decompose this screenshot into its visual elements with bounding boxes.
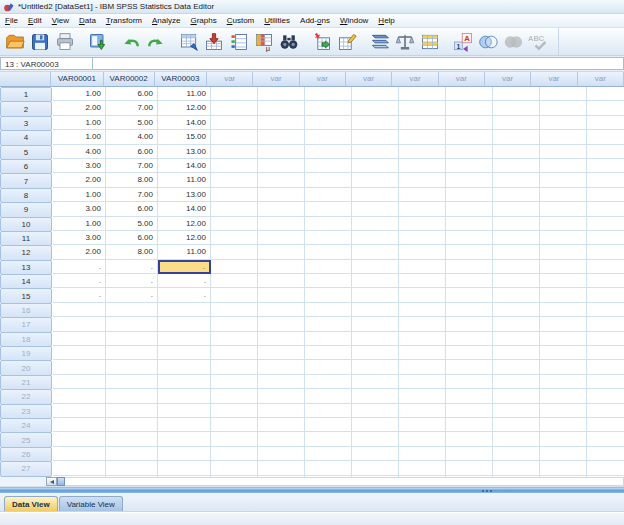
- cell[interactable]: [106, 317, 158, 331]
- cell[interactable]: [305, 260, 352, 274]
- cell[interactable]: [258, 332, 305, 346]
- cell[interactable]: [158, 404, 211, 418]
- open-data-icon[interactable]: [2, 29, 27, 54]
- cell[interactable]: 8.00: [106, 245, 158, 259]
- cell[interactable]: [540, 432, 587, 446]
- cell[interactable]: [399, 447, 446, 461]
- print-icon[interactable]: [52, 29, 77, 54]
- cell[interactable]: [211, 245, 258, 259]
- cell[interactable]: [352, 130, 399, 144]
- cell[interactable]: [53, 303, 106, 317]
- cell[interactable]: 13.00: [158, 145, 211, 159]
- cell[interactable]: [158, 432, 211, 446]
- cell[interactable]: 7.00: [106, 188, 158, 202]
- cell[interactable]: [399, 346, 446, 360]
- cell[interactable]: [258, 360, 305, 374]
- cell[interactable]: [305, 130, 352, 144]
- cell[interactable]: 5.00: [106, 217, 158, 231]
- weight-cases-icon[interactable]: [392, 29, 417, 54]
- cell[interactable]: [587, 360, 624, 374]
- goto-variable-icon[interactable]: [201, 29, 226, 54]
- cell[interactable]: [446, 145, 493, 159]
- cell[interactable]: [540, 375, 587, 389]
- cell[interactable]: [540, 447, 587, 461]
- cell[interactable]: [352, 332, 399, 346]
- cell[interactable]: 7.00: [106, 101, 158, 115]
- cell[interactable]: [106, 360, 158, 374]
- cell[interactable]: [399, 288, 446, 302]
- cell[interactable]: [540, 159, 587, 173]
- cell[interactable]: [106, 447, 158, 461]
- undo-icon[interactable]: [118, 29, 143, 54]
- row-header-15[interactable]: 15: [0, 288, 52, 303]
- cell[interactable]: 7.00: [106, 159, 158, 173]
- cell[interactable]: [352, 288, 399, 302]
- cell[interactable]: [399, 274, 446, 288]
- cell[interactable]: [446, 159, 493, 173]
- cell[interactable]: 14.00: [158, 202, 211, 216]
- cell[interactable]: [540, 231, 587, 245]
- cell[interactable]: [258, 303, 305, 317]
- cell[interactable]: [158, 389, 211, 403]
- cell[interactable]: [258, 245, 305, 259]
- cell[interactable]: [211, 217, 258, 231]
- cell[interactable]: [305, 145, 352, 159]
- cell-editor-field[interactable]: [93, 57, 624, 70]
- cell[interactable]: [258, 432, 305, 446]
- cell[interactable]: [493, 130, 540, 144]
- cell[interactable]: [258, 317, 305, 331]
- row-header-11[interactable]: 11: [0, 231, 52, 246]
- cell[interactable]: [493, 231, 540, 245]
- cell[interactable]: [587, 101, 624, 115]
- statistics-icon[interactable]: μ: [251, 29, 276, 54]
- cell[interactable]: [53, 432, 106, 446]
- column-header-var5[interactable]: var: [253, 72, 299, 87]
- cell[interactable]: [305, 159, 352, 173]
- row-header-13[interactable]: 13: [0, 260, 52, 275]
- cell[interactable]: 6.00: [106, 145, 158, 159]
- cell[interactable]: .: [106, 288, 158, 302]
- cell[interactable]: [540, 317, 587, 331]
- cell[interactable]: [305, 346, 352, 360]
- cell[interactable]: [446, 274, 493, 288]
- row-header-8[interactable]: 8: [0, 188, 52, 203]
- cell[interactable]: [352, 231, 399, 245]
- cell[interactable]: [540, 202, 587, 216]
- cell[interactable]: [493, 389, 540, 403]
- cell[interactable]: [158, 375, 211, 389]
- cell[interactable]: [540, 130, 587, 144]
- cell[interactable]: [305, 461, 352, 475]
- pane-splitter[interactable]: [0, 487, 624, 493]
- cell[interactable]: [305, 332, 352, 346]
- cell[interactable]: [158, 332, 211, 346]
- cell[interactable]: [305, 274, 352, 288]
- row-header-23[interactable]: 23: [0, 404, 52, 419]
- cell[interactable]: [540, 360, 587, 374]
- cell[interactable]: 1.00: [53, 130, 106, 144]
- column-header-var8[interactable]: var: [392, 72, 438, 87]
- cell[interactable]: [399, 188, 446, 202]
- cell[interactable]: [540, 389, 587, 403]
- cell[interactable]: [211, 476, 258, 477]
- cell[interactable]: [158, 418, 211, 432]
- cell[interactable]: [106, 332, 158, 346]
- cell[interactable]: [158, 461, 211, 475]
- cell[interactable]: [399, 173, 446, 187]
- cell[interactable]: [106, 303, 158, 317]
- cell[interactable]: [540, 332, 587, 346]
- cell[interactable]: [493, 418, 540, 432]
- cell[interactable]: [446, 346, 493, 360]
- cell[interactable]: [211, 375, 258, 389]
- cell[interactable]: [446, 303, 493, 317]
- cell[interactable]: [211, 389, 258, 403]
- cell[interactable]: [587, 145, 624, 159]
- cell[interactable]: [305, 303, 352, 317]
- cell[interactable]: [587, 389, 624, 403]
- row-header-27[interactable]: 27: [0, 461, 52, 476]
- cell[interactable]: [258, 389, 305, 403]
- cell[interactable]: [399, 303, 446, 317]
- menu-utilities[interactable]: Utilities: [259, 15, 295, 26]
- cell[interactable]: [587, 332, 624, 346]
- cell[interactable]: [258, 130, 305, 144]
- menu-help[interactable]: Help: [373, 15, 399, 26]
